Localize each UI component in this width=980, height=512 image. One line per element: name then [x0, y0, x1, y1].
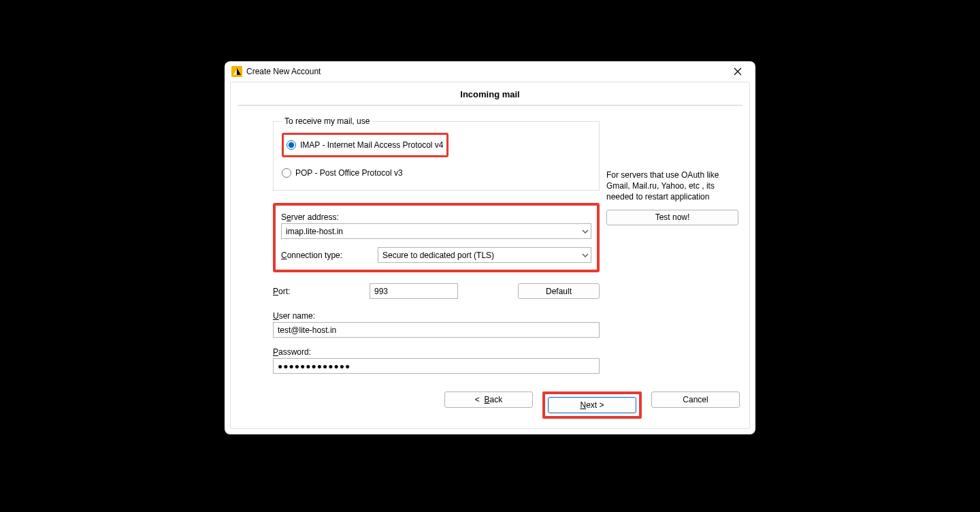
- app-icon: [231, 66, 242, 77]
- window-title: Create New Account: [246, 67, 724, 76]
- default-button[interactable]: Default: [518, 283, 600, 299]
- username-input[interactable]: [273, 322, 600, 338]
- port-input[interactable]: [370, 283, 458, 299]
- dialog-footer: < Back Next > Cancel: [231, 381, 749, 428]
- server-address-label: Server address:: [281, 212, 591, 222]
- cancel-button[interactable]: Cancel: [651, 391, 740, 408]
- protocol-pop-label: POP - Post Office Protocol v3: [295, 168, 403, 178]
- next-highlight: Next >: [542, 391, 642, 419]
- password-input[interactable]: [273, 358, 600, 374]
- connection-type-select[interactable]: [378, 247, 591, 263]
- username-label: User name:: [273, 311, 600, 321]
- close-button[interactable]: [724, 62, 751, 81]
- oauth-note: For servers that use OAuth like Gmail, M…: [606, 170, 738, 203]
- server-address-input[interactable]: [281, 223, 591, 239]
- test-now-button[interactable]: Test now!: [606, 210, 738, 225]
- dialog-window: Create New Account Incoming mail To rece…: [225, 61, 755, 434]
- protocol-pop-radio[interactable]: [282, 168, 291, 178]
- port-label: Port:: [273, 287, 360, 296]
- imap-highlight: IMAP - Internet Mail Access Protocol v4: [282, 133, 448, 157]
- protocol-imap-row[interactable]: IMAP - Internet Mail Access Protocol v4: [287, 140, 444, 150]
- titlebar: Create New Account: [225, 61, 755, 82]
- password-label: Password:: [273, 347, 600, 357]
- protocol-group: To receive my mail, use IMAP - Internet …: [273, 116, 600, 191]
- connection-type-label: Connection type:: [281, 251, 370, 260]
- protocol-imap-label: IMAP - Internet Mail Access Protocol v4: [300, 140, 444, 150]
- server-highlight: Server address: Connection type:: [273, 203, 600, 272]
- page-title: Incoming mail: [231, 82, 749, 105]
- protocol-legend: To receive my mail, use: [282, 116, 372, 126]
- dialog-body: Incoming mail To receive my mail, use IM…: [230, 82, 750, 429]
- protocol-pop-row[interactable]: POP - Post Office Protocol v3: [282, 168, 591, 178]
- next-button[interactable]: Next >: [548, 397, 636, 413]
- protocol-imap-radio[interactable]: [287, 140, 296, 150]
- divider: [238, 105, 742, 106]
- back-button[interactable]: < Back: [444, 391, 533, 408]
- close-icon: [734, 67, 742, 76]
